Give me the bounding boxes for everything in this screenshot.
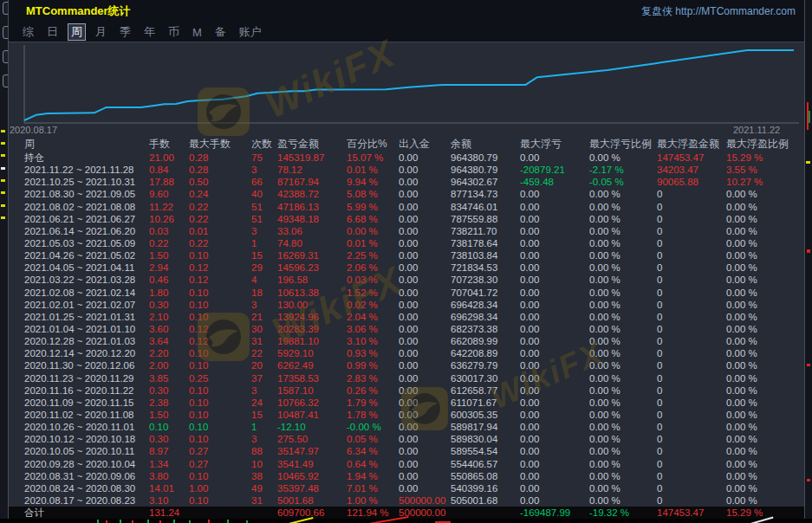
table-row[interactable]: 2020.11.16 ~ 2020.11.220.300.1031587.100… bbox=[9, 384, 805, 397]
table-cell: 31 bbox=[251, 335, 277, 347]
menu-item-季[interactable]: 季 bbox=[116, 23, 134, 41]
brand-link[interactable]: 复盘侠 http://MTCommander.com bbox=[641, 4, 796, 19]
table-row[interactable]: 2021.03.22 ~ 2021.03.280.460.124196.580.… bbox=[9, 274, 805, 286]
table-cell: 17.88 bbox=[149, 176, 189, 188]
menu-item-日[interactable]: 日 bbox=[43, 23, 62, 41]
menu-item-年[interactable]: 年 bbox=[140, 23, 159, 41]
table-cell: 0.10 bbox=[189, 347, 251, 359]
table-cell: 2020.11.09 ~ 2020.11.15 bbox=[24, 397, 149, 409]
menu-item-M[interactable]: M bbox=[189, 25, 205, 40]
table-cell: 0.00 % bbox=[589, 299, 657, 311]
table-cell: 0.00 bbox=[399, 176, 451, 188]
table-cell: 2021.02.08 ~ 2021.02.14 bbox=[24, 287, 149, 299]
table-row[interactable]: 2021.06.14 ~ 2021.06.200.030.01333.060.0… bbox=[9, 225, 805, 237]
table-cell: 2021.04.26 ~ 2021.05.02 bbox=[24, 249, 149, 262]
table-cell: 0.00 bbox=[520, 347, 589, 359]
table-cell: 2020.08.31 ~ 2020.09.06 bbox=[24, 470, 149, 482]
column-header[interactable]: 最大浮盈金额 bbox=[657, 137, 726, 152]
table-row[interactable]: 2020.12.14 ~ 2020.12.202.200.10225929.10… bbox=[9, 347, 805, 359]
table-cell: 15.29 % bbox=[726, 507, 802, 520]
table-cell: 0.00 bbox=[399, 164, 451, 176]
table-row[interactable]: 2021.10.25 ~ 2021.10.3117.880.506687167.… bbox=[9, 176, 805, 188]
menu-item-备[interactable]: 备 bbox=[211, 23, 230, 41]
table-cell: 0.00 % bbox=[589, 482, 657, 494]
column-header[interactable]: 最大浮亏 bbox=[520, 137, 589, 152]
table-cell: 2021.11.22 ~ 2021.11.28 bbox=[24, 164, 149, 176]
table-cell: 49348.18 bbox=[277, 213, 347, 225]
table-cell: 0.00 % bbox=[589, 359, 657, 371]
table-row[interactable]: 2021.06.21 ~ 2021.06.2710.260.225149348.… bbox=[9, 213, 805, 225]
table-cell: 2021.01.04 ~ 2021.01.10 bbox=[24, 323, 149, 335]
menu-item-月[interactable]: 月 bbox=[92, 23, 110, 41]
table-cell: 2020.11.16 ~ 2020.11.22 bbox=[24, 384, 149, 397]
table-row[interactable]: 2020.10.12 ~ 2020.10.180.300.103275.500.… bbox=[9, 433, 805, 445]
table-cell: 2.94 bbox=[149, 262, 189, 274]
column-header[interactable]: 出入金 bbox=[399, 137, 451, 152]
column-header[interactable]: 余额 bbox=[451, 137, 520, 152]
menu-item-综[interactable]: 综 bbox=[19, 23, 37, 41]
column-header[interactable]: 最大浮亏比例 bbox=[589, 137, 657, 152]
table-cell: 20283.39 bbox=[277, 323, 347, 335]
table-row[interactable]: 2021.11.22 ~ 2021.11.280.840.28378.120.0… bbox=[9, 164, 805, 176]
table-row[interactable]: 2020.12.28 ~ 2021.01.033.640.123119881.1… bbox=[9, 335, 805, 347]
column-header[interactable]: 最大浮盈比例 bbox=[726, 137, 802, 152]
table-row[interactable]: 2021.02.08 ~ 2021.02.141.800.101810613.3… bbox=[9, 287, 805, 299]
table-cell: 1.80 bbox=[149, 287, 189, 299]
column-header[interactable]: 周 bbox=[24, 137, 149, 152]
title-bar: MTCommander统计 复盘侠 http://MTCommander.com bbox=[9, 0, 804, 23]
table-row[interactable]: 2020.08.24 ~ 2020.08.3014.011.004935397.… bbox=[9, 482, 805, 494]
column-header[interactable]: 百分比% bbox=[347, 137, 399, 152]
table-cell: 0 bbox=[657, 458, 726, 470]
table-cell: 6.34 % bbox=[347, 445, 399, 457]
table-cell: -169487.99 bbox=[520, 507, 589, 520]
table-row[interactable]: 2021.02.01 ~ 2021.02.070.300.103130.000.… bbox=[9, 299, 805, 311]
table-cell: 3.55 % bbox=[726, 164, 802, 176]
background-app-left-edge bbox=[0, 0, 8, 523]
table-cell: 18 bbox=[251, 287, 277, 299]
table-row[interactable]: 2021.01.04 ~ 2021.01.103.600.123020283.3… bbox=[9, 323, 805, 335]
table-row[interactable]: 2021.01.25 ~ 2021.01.312.100.102113924.9… bbox=[9, 311, 805, 323]
table-row[interactable]: 2020.11.09 ~ 2020.11.152.380.102410766.3… bbox=[9, 397, 805, 409]
table-row[interactable]: 2020.10.05 ~ 2020.10.118.970.278835147.9… bbox=[9, 445, 805, 457]
table-cell: 0 bbox=[657, 311, 726, 323]
table-cell: 1 bbox=[251, 421, 277, 433]
table-cell: 0 bbox=[657, 433, 726, 445]
table-row[interactable]: 2020.09.28 ~ 2020.10.041.340.27103541.49… bbox=[9, 458, 805, 470]
table-cell: 0.00 % bbox=[589, 397, 657, 409]
table-row[interactable]: 2020.11.23 ~ 2020.11.293.850.253717358.5… bbox=[9, 372, 805, 384]
table-cell: 540399.16 bbox=[451, 482, 520, 494]
table-row[interactable]: 持仓21.000.2875145319.8715.07 %0.00964380.… bbox=[9, 152, 805, 164]
table-row[interactable]: 2020.08.17 ~ 2020.08.233.100.10315001.68… bbox=[9, 494, 805, 507]
column-header[interactable]: 最大手数 bbox=[189, 137, 251, 152]
table-cell: 持仓 bbox=[24, 152, 149, 164]
screen: MTCommander统计 复盘侠 http://MTCommander.com… bbox=[0, 0, 812, 523]
table-row[interactable]: 2021.08.02 ~ 2021.08.0811.220.225147186.… bbox=[9, 201, 805, 213]
table-cell: 0.30 bbox=[149, 384, 189, 397]
table-cell: -0.05 % bbox=[589, 176, 657, 188]
table-cell: 78.12 bbox=[277, 164, 347, 176]
table-row[interactable]: 2020.08.31 ~ 2020.09.063.800.103810465.9… bbox=[9, 470, 805, 482]
table-row[interactable]: 2021.04.05 ~ 2021.04.112.940.122914596.2… bbox=[9, 262, 805, 274]
table-cell: 2.06 % bbox=[347, 262, 399, 274]
table-cell: 31 bbox=[251, 494, 277, 507]
table-cell: 20 bbox=[251, 359, 277, 371]
menu-item-币[interactable]: 币 bbox=[165, 23, 183, 41]
column-header[interactable]: 盈亏金额 bbox=[277, 137, 347, 152]
table-cell: 0.00 % bbox=[589, 421, 657, 433]
table-row[interactable]: 2020.11.30 ~ 2020.12.062.000.10206262.49… bbox=[9, 359, 805, 371]
table-row[interactable]: 2020.10.26 ~ 2020.11.010.100.101-12.10-0… bbox=[9, 421, 805, 433]
table-cell: 0.00 bbox=[399, 201, 451, 213]
table-cell: 0.00 bbox=[520, 372, 589, 384]
table-cell: 0 bbox=[657, 470, 726, 482]
column-header[interactable]: 次数 bbox=[251, 137, 277, 152]
table-cell: 0.00 % bbox=[726, 311, 802, 323]
table-row[interactable]: 2021.08.30 ~ 2021.09.059.600.244042388.7… bbox=[9, 188, 805, 200]
table-row[interactable]: 2021.05.03 ~ 2021.05.090.220.22174.800.0… bbox=[9, 237, 805, 249]
table-cell: 131.24 bbox=[149, 507, 189, 520]
menu-item-周[interactable]: 周 bbox=[68, 23, 86, 41]
table-cell: 24 bbox=[251, 397, 277, 409]
table-row[interactable]: 2021.04.26 ~ 2021.05.021.500.101516269.3… bbox=[9, 249, 805, 262]
column-header[interactable]: 手数 bbox=[149, 137, 189, 152]
table-row[interactable]: 2020.11.02 ~ 2020.11.081.500.101510487.4… bbox=[9, 409, 805, 421]
menu-item-账户[interactable]: 账户 bbox=[236, 23, 265, 41]
